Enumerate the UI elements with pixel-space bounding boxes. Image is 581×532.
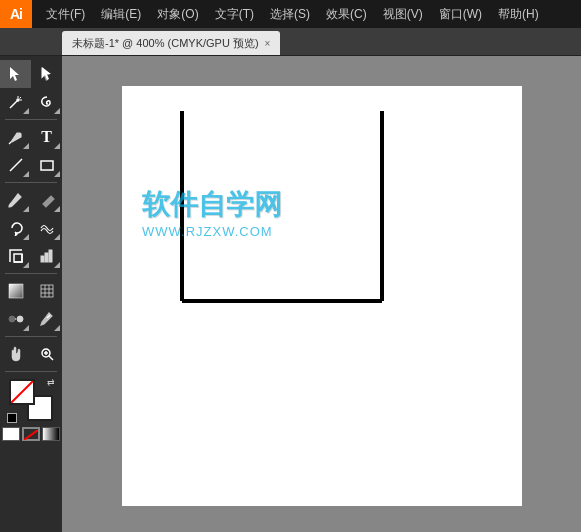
eyedropper-tool[interactable]	[31, 305, 62, 333]
svg-rect-10	[41, 161, 53, 170]
menu-bar: 文件(F) 编辑(E) 对象(O) 文字(T) 选择(S) 效果(C) 视图(V…	[32, 0, 581, 28]
svg-rect-13	[45, 253, 48, 262]
type-tool[interactable]: T	[31, 123, 62, 151]
tab-bar: 未标题-1* @ 400% (CMYK/GPU 预览) ×	[0, 28, 581, 56]
menu-window[interactable]: 窗口(W)	[431, 2, 490, 27]
rotate-tool[interactable]	[0, 214, 31, 242]
svg-rect-14	[49, 250, 52, 262]
svg-point-21	[9, 316, 15, 322]
tool-row-8	[0, 277, 62, 305]
menu-file[interactable]: 文件(F)	[38, 2, 93, 27]
main-area: T	[0, 56, 581, 532]
scale-tool[interactable]	[0, 242, 31, 270]
eraser-tool[interactable]	[31, 186, 62, 214]
svg-line-8	[9, 142, 11, 144]
svg-point-22	[17, 316, 23, 322]
swap-fill-stroke-button[interactable]: ⇄	[47, 377, 55, 387]
toolbar: T	[0, 56, 62, 532]
svg-point-4	[17, 99, 19, 101]
tool-row-5	[0, 186, 62, 214]
tool-row-3: T	[0, 123, 62, 151]
magic-wand-tool[interactable]	[0, 88, 31, 116]
svg-line-30	[24, 430, 38, 440]
direct-selection-tool[interactable]	[31, 60, 62, 88]
paintbrush-tool[interactable]	[0, 186, 31, 214]
tab-close-button[interactable]: ×	[265, 38, 271, 49]
separator-4	[5, 336, 57, 337]
menu-effect[interactable]: 效果(C)	[318, 2, 375, 27]
default-fill-stroke-button[interactable]	[7, 413, 17, 423]
color-mode-row	[2, 427, 60, 441]
menu-object[interactable]: 对象(O)	[149, 2, 206, 27]
svg-rect-16	[41, 285, 53, 297]
selection-tool[interactable]	[0, 60, 31, 88]
tool-row-4	[0, 151, 62, 179]
tool-row-2	[0, 88, 62, 116]
fill-color-button[interactable]	[2, 427, 20, 441]
tool-row-9	[0, 305, 62, 333]
title-bar: Ai 文件(F) 编辑(E) 对象(O) 文字(T) 选择(S) 效果(C) 视…	[0, 0, 581, 28]
menu-text[interactable]: 文字(T)	[207, 2, 262, 27]
none-button[interactable]	[22, 427, 40, 441]
tab-label: 未标题-1* @ 400% (CMYK/GPU 预览)	[72, 36, 259, 51]
separator-1	[5, 119, 57, 120]
blend-tool[interactable]	[0, 305, 31, 333]
warp-tool[interactable]	[31, 214, 62, 242]
svg-line-29	[11, 381, 33, 403]
canvas-area: 软件自学网 WWW.RJZXW.COM	[62, 56, 581, 532]
line-segment-tool[interactable]	[0, 151, 31, 179]
tool-row-1	[0, 60, 62, 88]
svg-rect-12	[41, 256, 44, 262]
tool-row-6	[0, 214, 62, 242]
separator-2	[5, 182, 57, 183]
menu-help[interactable]: 帮助(H)	[490, 2, 547, 27]
tool-row-7	[0, 242, 62, 270]
svg-line-7	[19, 97, 21, 99]
separator-3	[5, 273, 57, 274]
svg-line-26	[49, 356, 53, 360]
lasso-tool[interactable]	[31, 88, 62, 116]
mesh-tool[interactable]	[31, 277, 62, 305]
ai-logo: Ai	[0, 0, 32, 28]
svg-rect-11	[14, 254, 22, 262]
svg-marker-2	[42, 67, 51, 80]
fill-color-box[interactable]	[9, 379, 35, 405]
svg-marker-0	[10, 67, 19, 81]
svg-rect-15	[9, 284, 23, 298]
separator-5	[5, 371, 57, 372]
document-tab[interactable]: 未标题-1* @ 400% (CMYK/GPU 预览) ×	[62, 31, 280, 55]
svg-line-9	[10, 159, 22, 171]
menu-view[interactable]: 视图(V)	[375, 2, 431, 27]
zoom-tool[interactable]	[31, 340, 62, 368]
graph-tool[interactable]	[31, 242, 62, 270]
rectangle-tool[interactable]	[31, 151, 62, 179]
pen-tool[interactable]	[0, 123, 31, 151]
menu-select[interactable]: 选择(S)	[262, 2, 318, 27]
gradient-button[interactable]	[42, 427, 60, 441]
artboard	[122, 86, 522, 506]
menu-edit[interactable]: 编辑(E)	[93, 2, 149, 27]
tool-row-10	[0, 340, 62, 368]
hand-tool[interactable]	[0, 340, 31, 368]
gradient-tool[interactable]	[0, 277, 31, 305]
